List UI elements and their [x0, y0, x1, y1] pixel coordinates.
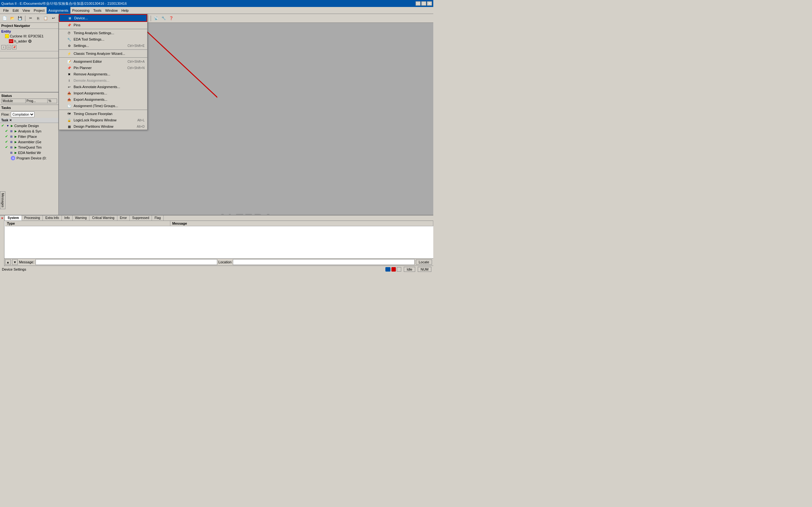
menu-remove-assignments-item[interactable]: ✖ Remove Assignments... [59, 71, 147, 77]
menu-assignments[interactable]: Assignments [47, 7, 70, 14]
play-eda[interactable]: ▶ [14, 151, 17, 154]
menu-project[interactable]: Project [32, 7, 46, 14]
menu-timing-settings-item[interactable]: ⏱ Timing Analysis Settings... [59, 30, 147, 36]
timing-settings-icon: ⏱ [67, 31, 72, 35]
menu-back-annotate-item[interactable]: ↩ Back-Annotate Assignments... [59, 83, 147, 90]
label-compile: Compile Design [14, 124, 39, 128]
classic-timing-label: Classic Timing Analyzer Wizard... [73, 52, 125, 55]
tb-cut[interactable]: ✂ [27, 15, 34, 22]
play-timequest[interactable]: ▶ [14, 146, 17, 149]
expand-fitter[interactable]: ⊞ [10, 135, 13, 138]
title-bar: Quartus II - E:/Documents/作业/计组/实验集合/全加器… [0, 0, 433, 7]
tb-paste[interactable]: 📋 [42, 15, 49, 22]
menu-classic-timing-item[interactable]: ⚡ Classic Timing Analyzer Wizard... [59, 50, 147, 57]
tb-chip[interactable]: 🔧 [160, 15, 167, 22]
design-partitions-icon: ▦ [67, 124, 72, 129]
tab-warning[interactable]: Warning [72, 216, 90, 221]
menu-edit[interactable]: Edit [11, 7, 20, 14]
flow-select[interactable]: Compilation [11, 112, 35, 117]
expand-analysis[interactable]: ⊞ [10, 130, 13, 133]
tab-extra-info[interactable]: Extra Info [43, 216, 62, 221]
label-assembler: Assembler (Ge [18, 140, 41, 144]
menu-assignment-editor-item[interactable]: 📝 Assignment Editor Ctrl+Shift+A [59, 58, 147, 65]
menu-import-assignments-item[interactable]: 📥 Import Assignments... [59, 90, 147, 96]
status-icon-3 [397, 267, 401, 272]
menu-export-assignments-item[interactable]: 📤 Export Assignments... [59, 96, 147, 103]
expand-compile[interactable]: ▼ [6, 124, 9, 127]
expand-eda[interactable]: ⊞ [10, 151, 13, 154]
remove-assignments-icon: ✖ [67, 72, 72, 76]
tb-copy[interactable]: ⎘ [35, 15, 42, 22]
task-eda[interactable]: ✔ ⊞ ▶ EDA Netlist Wr [0, 150, 58, 155]
menu-window[interactable]: Window [103, 7, 119, 14]
menu-help[interactable]: Help [119, 7, 131, 14]
menu-settings-item[interactable]: ⚙ Settings... Ctrl+Shift+E [59, 43, 147, 49]
task-fitter[interactable]: ✔ ⊞ ▶ Fitter (Place [0, 134, 58, 139]
col-message: Message [170, 221, 433, 226]
menu-sep-4 [59, 110, 147, 110]
play-assembler[interactable]: ▶ [14, 140, 17, 144]
maximize-button[interactable]: □ [421, 1, 426, 6]
check-analysis: ✔ [5, 129, 9, 133]
task-program[interactable]: ✔ ⚙ Program Device (0: [0, 155, 58, 161]
menu-time-groups-item[interactable]: 🕐 Assignment (Time) Groups... [59, 103, 147, 109]
menu-device-item[interactable]: 🖥 Device... [59, 14, 147, 22]
expand-timequest[interactable]: ⊞ [10, 146, 13, 149]
close-button[interactable]: ✕ [427, 1, 432, 6]
pdf-icon: PDF [9, 39, 13, 43]
play-compile[interactable]: ▶ [11, 124, 13, 127]
nav-pin-btn[interactable]: 📌 [12, 45, 16, 49]
location-input[interactable] [233, 259, 415, 265]
message-input[interactable] [36, 259, 217, 265]
locate-button[interactable]: Locate [416, 260, 432, 265]
chip-item[interactable]: ! Cyclone III: EP3C5E1 [0, 34, 58, 38]
status-prog-label: Prog... [26, 99, 47, 103]
menu-design-partitions-item[interactable]: ▦ Design Partitions Window Alt+D [59, 123, 147, 130]
import-assignments-icon: 📥 [67, 91, 72, 95]
tab-info[interactable]: Info [62, 216, 72, 221]
device-menu-icon: 🖥 [67, 16, 72, 20]
svg-line-0 [144, 29, 217, 121]
flow-label: Flow: [1, 112, 9, 116]
tab-processing[interactable]: Processing [22, 216, 43, 221]
menu-pins-item[interactable]: 📌 Pins [59, 22, 147, 28]
idle-indicator: Idle [404, 267, 415, 272]
menu-eda-settings-item[interactable]: 🔧 EDA Tool Settings... [59, 36, 147, 43]
message-panel-close[interactable]: ✕ [0, 216, 4, 266]
check-assembler: ✔ [5, 140, 9, 144]
messages-side-tab[interactable]: Messages [0, 191, 5, 209]
tb-about[interactable]: ❓ [168, 15, 175, 22]
tb-undo[interactable]: ↩ [50, 15, 57, 22]
expand-assembler[interactable]: ⊞ [10, 140, 13, 144]
device-settings-label: Device Settings [2, 268, 26, 271]
assignment-editor-shortcut: Ctrl+Shift+A [128, 60, 145, 63]
play-fitter[interactable]: ▶ [14, 135, 17, 138]
menu-tools[interactable]: Tools [91, 7, 103, 14]
tb-prog[interactable]: 📡 [153, 15, 159, 22]
menu-logiclock-item[interactable]: 🔒 LogicLock Regions Window Alt+L [59, 117, 147, 123]
task-timequest[interactable]: ✔ ⊞ ▶ TimeQuest Tim [0, 145, 58, 150]
tb-open[interactable]: 📂 [9, 15, 16, 22]
task-assembler[interactable]: ✔ ⊞ ▶ Assembler (Ge [0, 139, 58, 145]
menu-pin-planner-item[interactable]: 📌 Pin Planner Ctrl+Shift+N [59, 65, 147, 71]
tab-error[interactable]: Error [117, 216, 130, 221]
submodule-item[interactable]: PDF h_adder ⚙ [0, 38, 58, 44]
tab-system[interactable]: System [5, 216, 22, 221]
task-analysis[interactable]: ✔ ⊞ ▶ Analysis & Syn [0, 128, 58, 134]
tab-flag[interactable]: Flag [152, 216, 163, 221]
menu-timing-closure-item[interactable]: 🗺 Timing Closure Floorplan [59, 111, 147, 117]
tb-new[interactable]: 📄 [1, 15, 8, 22]
menu-view[interactable]: View [20, 7, 32, 14]
msg-up-button[interactable]: ▲ [5, 259, 11, 265]
menu-file[interactable]: File [1, 7, 11, 14]
msg-down-button[interactable]: ▼ [12, 259, 18, 265]
play-analysis[interactable]: ▶ [14, 130, 17, 133]
nav-doc-btn[interactable]: □ [7, 45, 11, 49]
nav-warn-btn[interactable]: ! [1, 45, 6, 49]
minimize-button[interactable]: ─ [415, 1, 420, 6]
tab-critical-warning[interactable]: Critical Warning [90, 216, 117, 221]
task-compile-design[interactable]: ✔ ▼ ▶ Compile Design [0, 123, 58, 128]
menu-processing[interactable]: Processing [70, 7, 91, 14]
tab-suppressed[interactable]: Suppressed [130, 216, 152, 221]
tb-save[interactable]: 💾 [16, 15, 23, 22]
